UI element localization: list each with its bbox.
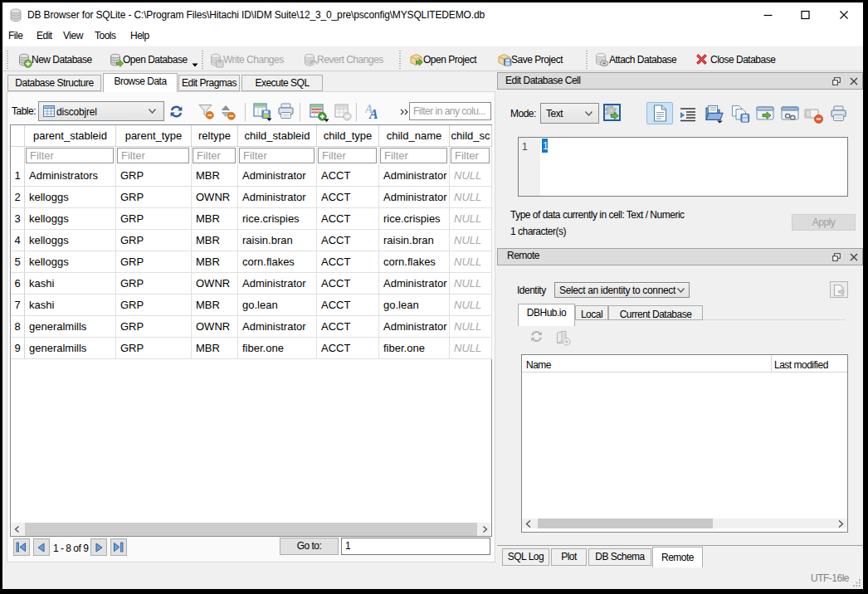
svg-text:A: A xyxy=(368,107,378,119)
